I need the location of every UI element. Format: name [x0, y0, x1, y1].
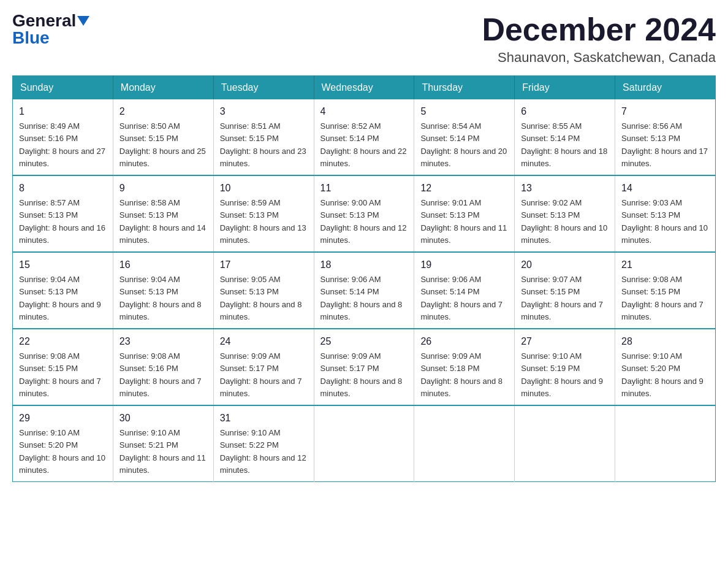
- logo-general-text: General: [12, 12, 76, 29]
- day-info: Sunrise: 9:03 AMSunset: 5:13 PMDaylight:…: [621, 198, 708, 245]
- day-number: 11: [320, 181, 408, 196]
- day-number: 30: [119, 411, 207, 426]
- calendar-day-cell: 6 Sunrise: 8:55 AMSunset: 5:14 PMDayligh…: [515, 99, 615, 175]
- calendar-header-saturday: Saturday: [615, 76, 716, 100]
- calendar-day-cell: 21 Sunrise: 9:08 AMSunset: 5:15 PMDaylig…: [615, 252, 716, 329]
- day-number: 5: [420, 104, 508, 119]
- day-number: 24: [220, 334, 308, 349]
- calendar-day-cell: 8 Sunrise: 8:57 AMSunset: 5:13 PMDayligh…: [13, 175, 113, 252]
- day-info: Sunrise: 9:09 AMSunset: 5:17 PMDaylight:…: [320, 351, 403, 398]
- calendar-day-cell: 2 Sunrise: 8:50 AMSunset: 5:15 PMDayligh…: [113, 99, 213, 175]
- calendar-day-cell: 22 Sunrise: 9:08 AMSunset: 5:15 PMDaylig…: [13, 329, 113, 405]
- day-number: 9: [119, 181, 207, 196]
- day-info: Sunrise: 9:10 AMSunset: 5:22 PMDaylight:…: [220, 428, 306, 475]
- day-info: Sunrise: 8:55 AMSunset: 5:14 PMDaylight:…: [521, 121, 607, 168]
- calendar-day-cell: 25 Sunrise: 9:09 AMSunset: 5:17 PMDaylig…: [314, 329, 414, 405]
- calendar-day-cell: 17 Sunrise: 9:05 AMSunset: 5:13 PMDaylig…: [213, 252, 314, 329]
- calendar-day-cell: 31 Sunrise: 9:10 AMSunset: 5:22 PMDaylig…: [213, 405, 314, 482]
- calendar-header-row: SundayMondayTuesdayWednesdayThursdayFrid…: [13, 76, 716, 100]
- page-header: General Blue December 2024 Shaunavon, Sa…: [12, 12, 716, 66]
- calendar-table: SundayMondayTuesdayWednesdayThursdayFrid…: [12, 75, 716, 482]
- day-number: 18: [320, 258, 408, 272]
- calendar-header-sunday: Sunday: [13, 76, 113, 100]
- day-info: Sunrise: 9:04 AMSunset: 5:13 PMDaylight:…: [119, 275, 202, 321]
- calendar-day-cell: 29 Sunrise: 9:10 AMSunset: 5:20 PMDaylig…: [13, 405, 113, 482]
- calendar-day-cell: 15 Sunrise: 9:04 AMSunset: 5:13 PMDaylig…: [13, 252, 113, 329]
- day-number: 16: [119, 258, 207, 272]
- calendar-day-cell: 7 Sunrise: 8:56 AMSunset: 5:13 PMDayligh…: [615, 99, 716, 175]
- day-info: Sunrise: 9:04 AMSunset: 5:13 PMDaylight:…: [19, 275, 101, 321]
- day-number: 13: [521, 181, 609, 196]
- day-number: 10: [220, 181, 308, 196]
- day-info: Sunrise: 9:10 AMSunset: 5:19 PMDaylight:…: [521, 351, 603, 398]
- calendar-header-monday: Monday: [113, 76, 213, 100]
- location-title: Shaunavon, Saskatchewan, Canada: [482, 50, 716, 66]
- calendar-week-row: 8 Sunrise: 8:57 AMSunset: 5:13 PMDayligh…: [13, 175, 716, 252]
- calendar-day-cell: 19 Sunrise: 9:06 AMSunset: 5:14 PMDaylig…: [414, 252, 515, 329]
- day-number: 3: [220, 104, 308, 119]
- calendar-day-cell: 30 Sunrise: 9:10 AMSunset: 5:21 PMDaylig…: [113, 405, 213, 482]
- day-number: 15: [19, 258, 107, 272]
- calendar-day-cell: 1 Sunrise: 8:49 AMSunset: 5:16 PMDayligh…: [13, 99, 113, 175]
- day-info: Sunrise: 9:10 AMSunset: 5:20 PMDaylight:…: [621, 351, 703, 398]
- day-info: Sunrise: 8:50 AMSunset: 5:15 PMDaylight:…: [119, 121, 206, 168]
- day-number: 27: [521, 334, 609, 349]
- day-info: Sunrise: 9:08 AMSunset: 5:16 PMDaylight:…: [119, 351, 202, 398]
- calendar-day-cell: [615, 405, 716, 482]
- day-number: 2: [119, 104, 207, 119]
- day-info: Sunrise: 8:54 AMSunset: 5:14 PMDaylight:…: [420, 121, 507, 168]
- calendar-day-cell: [515, 405, 615, 482]
- calendar-week-row: 29 Sunrise: 9:10 AMSunset: 5:20 PMDaylig…: [13, 405, 716, 482]
- calendar-day-cell: [414, 405, 515, 482]
- day-info: Sunrise: 8:52 AMSunset: 5:14 PMDaylight:…: [320, 121, 407, 168]
- calendar-day-cell: 14 Sunrise: 9:03 AMSunset: 5:13 PMDaylig…: [615, 175, 716, 252]
- day-number: 7: [621, 104, 709, 119]
- calendar-day-cell: 27 Sunrise: 9:10 AMSunset: 5:19 PMDaylig…: [515, 329, 615, 405]
- day-number: 29: [19, 411, 107, 426]
- calendar-day-cell: 5 Sunrise: 8:54 AMSunset: 5:14 PMDayligh…: [414, 99, 515, 175]
- calendar-day-cell: 28 Sunrise: 9:10 AMSunset: 5:20 PMDaylig…: [615, 329, 716, 405]
- calendar-header-thursday: Thursday: [414, 76, 515, 100]
- calendar-day-cell: 20 Sunrise: 9:07 AMSunset: 5:15 PMDaylig…: [515, 252, 615, 329]
- day-info: Sunrise: 9:09 AMSunset: 5:17 PMDaylight:…: [220, 351, 302, 398]
- day-number: 25: [320, 334, 408, 349]
- calendar-week-row: 1 Sunrise: 8:49 AMSunset: 5:16 PMDayligh…: [13, 99, 716, 175]
- day-number: 23: [119, 334, 207, 349]
- day-info: Sunrise: 8:56 AMSunset: 5:13 PMDaylight:…: [621, 121, 708, 168]
- calendar-day-cell: 26 Sunrise: 9:09 AMSunset: 5:18 PMDaylig…: [414, 329, 515, 405]
- day-number: 19: [420, 258, 508, 272]
- day-info: Sunrise: 9:00 AMSunset: 5:13 PMDaylight:…: [320, 198, 407, 245]
- logo-blue-text: Blue: [12, 29, 50, 47]
- calendar-day-cell: 23 Sunrise: 9:08 AMSunset: 5:16 PMDaylig…: [113, 329, 213, 405]
- logo-triangle-icon: [77, 16, 89, 26]
- calendar-header-tuesday: Tuesday: [213, 76, 314, 100]
- calendar-day-cell: 12 Sunrise: 9:01 AMSunset: 5:13 PMDaylig…: [414, 175, 515, 252]
- logo: General Blue: [12, 12, 89, 47]
- day-info: Sunrise: 9:06 AMSunset: 5:14 PMDaylight:…: [320, 275, 403, 321]
- day-number: 4: [320, 104, 408, 119]
- calendar-week-row: 15 Sunrise: 9:04 AMSunset: 5:13 PMDaylig…: [13, 252, 716, 329]
- calendar-day-cell: 11 Sunrise: 9:00 AMSunset: 5:13 PMDaylig…: [314, 175, 414, 252]
- day-info: Sunrise: 8:59 AMSunset: 5:13 PMDaylight:…: [220, 198, 306, 245]
- day-info: Sunrise: 9:01 AMSunset: 5:13 PMDaylight:…: [420, 198, 507, 245]
- day-number: 6: [521, 104, 609, 119]
- day-info: Sunrise: 8:58 AMSunset: 5:13 PMDaylight:…: [119, 198, 206, 245]
- title-section: December 2024 Shaunavon, Saskatchewan, C…: [482, 12, 716, 66]
- calendar-day-cell: 10 Sunrise: 8:59 AMSunset: 5:13 PMDaylig…: [213, 175, 314, 252]
- calendar-day-cell: 16 Sunrise: 9:04 AMSunset: 5:13 PMDaylig…: [113, 252, 213, 329]
- day-number: 21: [621, 258, 709, 272]
- day-number: 1: [19, 104, 107, 119]
- day-info: Sunrise: 8:49 AMSunset: 5:16 PMDaylight:…: [19, 121, 105, 168]
- day-info: Sunrise: 9:10 AMSunset: 5:21 PMDaylight:…: [119, 428, 206, 475]
- day-number: 8: [19, 181, 107, 196]
- day-info: Sunrise: 9:05 AMSunset: 5:13 PMDaylight:…: [220, 275, 302, 321]
- day-info: Sunrise: 8:51 AMSunset: 5:15 PMDaylight:…: [220, 121, 306, 168]
- day-info: Sunrise: 9:02 AMSunset: 5:13 PMDaylight:…: [521, 198, 607, 245]
- calendar-day-cell: 4 Sunrise: 8:52 AMSunset: 5:14 PMDayligh…: [314, 99, 414, 175]
- day-info: Sunrise: 9:08 AMSunset: 5:15 PMDaylight:…: [19, 351, 101, 398]
- calendar-header-wednesday: Wednesday: [314, 76, 414, 100]
- calendar-day-cell: [314, 405, 414, 482]
- day-info: Sunrise: 8:57 AMSunset: 5:13 PMDaylight:…: [19, 198, 105, 245]
- day-number: 26: [420, 334, 508, 349]
- calendar-day-cell: 13 Sunrise: 9:02 AMSunset: 5:13 PMDaylig…: [515, 175, 615, 252]
